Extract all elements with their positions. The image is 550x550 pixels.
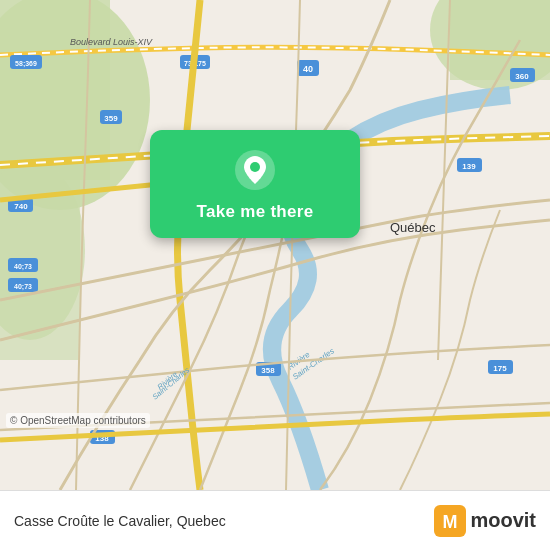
map-container: Rivière Saint-Charles 40 40 73;175 58;36… (0, 0, 550, 490)
svg-text:40;73: 40;73 (14, 263, 32, 271)
svg-text:175: 175 (493, 364, 507, 373)
moovit-logo: M moovit (434, 505, 536, 537)
svg-rect-2 (0, 0, 110, 180)
svg-text:M: M (443, 512, 458, 532)
svg-text:40: 40 (303, 64, 313, 74)
svg-text:40;73: 40;73 (14, 283, 32, 291)
take-me-there-button[interactable]: Take me there (150, 130, 360, 238)
svg-text:740: 740 (14, 202, 28, 211)
svg-text:358: 358 (261, 366, 275, 375)
svg-text:359: 359 (104, 114, 118, 123)
svg-rect-6 (450, 0, 550, 80)
svg-text:139: 139 (462, 162, 476, 171)
moovit-brand-name: moovit (470, 509, 536, 532)
svg-text:360: 360 (515, 72, 529, 81)
location-name: Casse Croûte le Cavalier, Quebec (14, 513, 226, 529)
svg-point-40 (250, 162, 260, 172)
location-pin-icon (233, 148, 277, 192)
svg-text:Boulevard Louis-XIV: Boulevard Louis-XIV (70, 37, 153, 47)
moovit-m-icon: M (434, 505, 466, 537)
footer-bar: Casse Croûte le Cavalier, Quebec M moovi… (0, 490, 550, 550)
button-label: Take me there (197, 202, 314, 222)
svg-text:Québec: Québec (390, 220, 436, 235)
map-attribution: © OpenStreetMap contributors (6, 413, 150, 428)
svg-text:58;369: 58;369 (15, 60, 37, 68)
